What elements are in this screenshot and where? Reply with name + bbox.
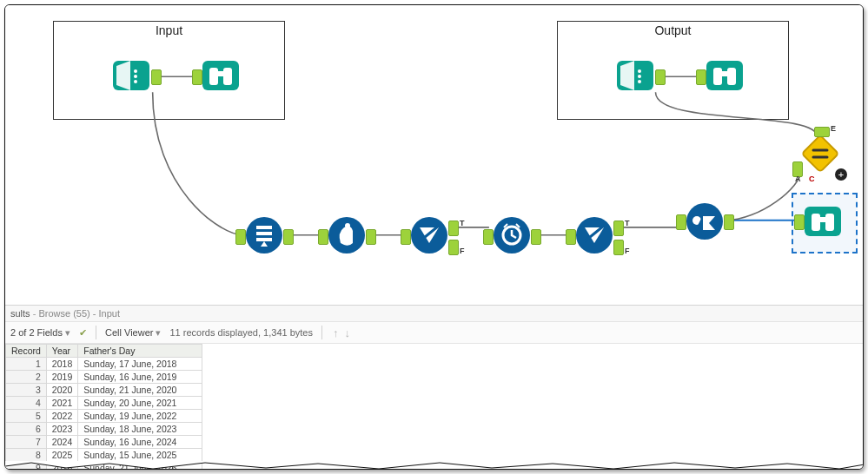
expect-equal-tool[interactable] — [800, 134, 840, 174]
datetime-tool[interactable] — [492, 215, 532, 255]
formula-tool[interactable] — [327, 215, 367, 255]
svg-rect-15 — [721, 71, 728, 76]
cell-viewer-dropdown[interactable]: Cell Viewer ▾ — [105, 327, 162, 339]
generate-rows-out-anchor[interactable] — [283, 229, 294, 245]
cell-record: 8 — [6, 449, 47, 462]
macro-input-tool[interactable] — [111, 56, 151, 95]
cell-year: 2025 — [46, 449, 77, 462]
table-row[interactable]: 92026Sunday, 21 June, 2026 — [6, 462, 202, 471]
workflow-canvas[interactable]: Input Output — [5, 5, 863, 305]
results-table[interactable]: Record Year Father's Day 12018Sunday, 17… — [5, 344, 202, 470]
fields-dropdown[interactable]: 2 of 2 Fields ▾ — [10, 327, 70, 339]
filter2-t-anchor[interactable] — [613, 221, 624, 236]
table-row[interactable]: 82025Sunday, 15 June, 2025 — [6, 449, 202, 462]
filter1-t-label: T — [460, 219, 465, 227]
cell-year: 2021 — [46, 397, 77, 410]
formula-in-anchor[interactable] — [318, 229, 328, 245]
filter2-in-anchor[interactable] — [566, 229, 576, 245]
svg-point-24 — [345, 223, 350, 228]
arrow-down-icon[interactable]: ↓ — [343, 326, 353, 339]
browse-input-in-anchor[interactable] — [192, 69, 202, 85]
filter1-in-anchor[interactable] — [401, 229, 411, 245]
svg-point-2 — [134, 75, 137, 78]
cell-day: Sunday, 16 June, 2019 — [78, 371, 202, 384]
table-row[interactable]: 12018Sunday, 17 June, 2018 — [6, 358, 202, 371]
container-input-title: Input — [54, 23, 284, 37]
expect-c-label: C — [809, 174, 815, 183]
cell-record: 5 — [6, 410, 47, 423]
svg-point-3 — [134, 80, 137, 83]
filter2-f-anchor[interactable] — [613, 240, 624, 255]
cell-viewer-label: Cell Viewer — [105, 327, 153, 338]
browse-tool-main[interactable] — [803, 201, 843, 241]
cell-record: 9 — [6, 462, 47, 471]
svg-point-1 — [134, 69, 137, 73]
table-row[interactable]: 62023Sunday, 18 June, 2023 — [6, 423, 202, 436]
col-year[interactable]: Year — [46, 345, 77, 358]
table-row[interactable]: 52022Sunday, 19 June, 2022 — [6, 410, 202, 423]
cell-day: Sunday, 20 June, 2021 — [78, 397, 202, 410]
table-header-row: Record Year Father's Day — [6, 345, 202, 358]
chevron-down-icon: ▾ — [156, 327, 161, 338]
results-header: sults - Browse (55) - Input — [5, 306, 863, 321]
svg-rect-21 — [256, 232, 272, 235]
check-icon[interactable]: ✔ — [79, 327, 87, 339]
macro-input-out-anchor[interactable] — [151, 69, 162, 85]
cell-day: Sunday, 21 June, 2020 — [78, 384, 202, 397]
cell-year: 2024 — [46, 436, 77, 449]
browse-main-in-anchor[interactable] — [794, 214, 805, 230]
cell-record: 1 — [6, 358, 47, 371]
fields-summary-label: 2 of 2 Fields — [10, 327, 63, 338]
cell-day: Sunday, 17 June, 2018 — [78, 358, 202, 371]
select-out-anchor[interactable] — [724, 214, 734, 230]
browse-tool-input[interactable] — [201, 56, 241, 95]
svg-rect-7 — [217, 71, 224, 76]
browse-tool-output[interactable] — [705, 56, 745, 95]
results-title: sults — [10, 308, 30, 319]
cell-record: 3 — [6, 384, 47, 397]
container-output[interactable]: Output — [557, 21, 789, 120]
cell-year: 2018 — [46, 358, 77, 371]
macro-output-tool[interactable] — [615, 56, 655, 95]
table-row[interactable]: 42021Sunday, 20 June, 2021 — [6, 397, 202, 410]
generate-rows-tool[interactable] — [244, 215, 284, 255]
select-in-anchor[interactable] — [676, 214, 686, 230]
results-source: Browse (55) - Input — [38, 308, 120, 319]
svg-rect-22 — [256, 238, 272, 241]
table-row[interactable]: 32020Sunday, 21 June, 2020 — [6, 384, 202, 397]
filter-tool-1[interactable] — [409, 215, 449, 255]
generate-rows-in-anchor[interactable] — [235, 229, 246, 245]
filter-tool-2[interactable] — [574, 215, 614, 255]
cell-year: 2026 — [46, 462, 77, 471]
records-summary: 11 records displayed, 1,341 bytes — [169, 327, 313, 338]
svg-rect-36 — [812, 214, 820, 231]
filter1-f-anchor[interactable] — [448, 240, 459, 255]
container-output-title: Output — [558, 23, 788, 37]
select-tool[interactable] — [685, 201, 725, 241]
col-day[interactable]: Father's Day — [78, 345, 202, 358]
svg-rect-37 — [825, 214, 834, 231]
macro-output-out-anchor[interactable] — [655, 69, 666, 85]
arrow-up-icon[interactable]: ↑ — [331, 326, 341, 339]
expect-add-output[interactable]: + — [835, 168, 847, 181]
datetime-out-anchor[interactable] — [531, 229, 541, 245]
browse-output-in-anchor[interactable] — [696, 69, 706, 85]
filter1-f-label: F — [460, 247, 465, 255]
cell-year: 2023 — [46, 423, 77, 436]
cell-day: Sunday, 18 June, 2023 — [78, 423, 202, 436]
table-row[interactable]: 72024Sunday, 16 June, 2024 — [6, 436, 202, 449]
cell-record: 7 — [6, 436, 47, 449]
container-input[interactable]: Input — [53, 21, 285, 120]
cell-year: 2022 — [46, 410, 77, 423]
table-row[interactable]: 22019Sunday, 16 June, 2019 — [6, 371, 202, 384]
formula-out-anchor[interactable] — [366, 229, 376, 245]
datetime-in-anchor[interactable] — [483, 229, 494, 245]
col-record[interactable]: Record — [6, 345, 47, 358]
svg-point-11 — [638, 80, 641, 83]
svg-rect-5 — [209, 68, 218, 85]
svg-rect-13 — [713, 68, 722, 85]
cell-year: 2020 — [46, 384, 77, 397]
expect-e-anchor[interactable] — [814, 127, 830, 137]
filter1-t-anchor[interactable] — [448, 221, 459, 236]
chevron-down-icon: ▾ — [65, 327, 70, 338]
